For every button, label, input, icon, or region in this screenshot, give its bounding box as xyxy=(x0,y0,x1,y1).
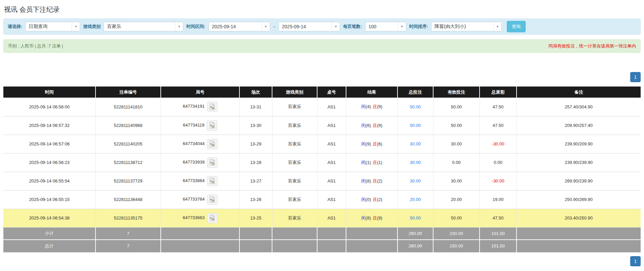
cell-bet-id: 522811141810 xyxy=(96,98,161,116)
video-record-icon xyxy=(209,106,215,111)
table-header: 时间注单编号局号场次游戏类别桌号结果总投注有效投注总派彩备注 xyxy=(3,87,641,98)
cell-remark: 203.40/250.90 xyxy=(517,209,641,227)
video-record-button[interactable] xyxy=(207,195,218,205)
round-id-value: 647733864 xyxy=(183,178,204,183)
cell-bet-id: 522811140968 xyxy=(96,116,161,135)
video-record-icon xyxy=(209,125,215,130)
cell-time: 2025-09-14 06:55:54 xyxy=(3,172,96,190)
table-row[interactable]: 2025-09-14 06:55:54 522811137729 6477338… xyxy=(3,172,641,190)
pagination-top: 1 xyxy=(3,72,641,82)
cell-bet-id: 522811140205 xyxy=(96,135,161,153)
video-record-button[interactable] xyxy=(207,213,218,223)
date-to-value: 2025-09-14 xyxy=(279,22,332,31)
video-record-button[interactable] xyxy=(207,121,217,131)
chevron-down-icon[interactable]: ▼ xyxy=(262,22,270,31)
cell-round-id: 647734191 xyxy=(161,98,239,116)
cell-result: 闲(1)庄(1) xyxy=(346,153,397,172)
chevron-down-icon[interactable]: ▼ xyxy=(72,22,80,31)
chevron-down-icon[interactable]: ▼ xyxy=(398,22,406,31)
query-type-select[interactable]: 日期查询 ▼ xyxy=(25,22,80,31)
grand-total-row: 总计 7 260.00 230.00 101.50 xyxy=(3,240,641,252)
cell-result: 闲(8)庄(2) xyxy=(346,172,397,190)
page-1-button[interactable]: 1 xyxy=(630,72,641,82)
banker-result: 庄 xyxy=(373,141,377,146)
valid-bet-notice: 同局有效投注，统一计算在该局第一张注单内 xyxy=(548,43,636,49)
video-record-button[interactable] xyxy=(207,176,218,186)
date-to-input[interactable]: 2025-09-14 ▼ xyxy=(278,22,340,31)
banker-score: (6) xyxy=(377,141,382,146)
banker-result: 庄 xyxy=(373,197,377,202)
cell-round-id: 647733764 xyxy=(161,190,239,209)
player-result: 闲 xyxy=(361,104,366,109)
total-label: 总计 xyxy=(3,240,96,252)
query-button[interactable]: 查询 xyxy=(507,21,526,32)
cell-valid-bet: 0.00 xyxy=(433,153,480,172)
cell-payout: 47.50 xyxy=(480,98,517,116)
total-bet-link[interactable]: 20.00 xyxy=(410,197,421,202)
column-header: 注单编号 xyxy=(96,87,161,98)
player-score: (4) xyxy=(366,104,371,109)
round-id-value: 647734119 xyxy=(183,123,204,128)
date-from-input[interactable]: 2025-09-14 ▼ xyxy=(209,22,270,31)
subtotal-total-bet: 260.00 xyxy=(397,227,433,240)
cell-result: 闲(9)庄(6) xyxy=(346,135,397,153)
cell-payout: 47.50 xyxy=(480,209,517,227)
cell-valid-bet: 30.00 xyxy=(433,135,480,153)
page-1-button[interactable]: 1 xyxy=(630,256,641,266)
filter-bar: 请选择: 日期查询 ▼ 游戏类别 百家乐 ▼ 时间区间: 2025-09-14 … xyxy=(3,19,641,35)
table-row[interactable]: 2025-09-14 06:58:00 522811141810 6477341… xyxy=(3,98,641,116)
cell-bet-id: 522811135175 xyxy=(96,209,161,227)
column-header: 总派彩 xyxy=(480,87,517,98)
query-type-label: 请选择: xyxy=(8,24,22,30)
table-row[interactable]: 2025-09-14 06:57:06 522811140205 6477340… xyxy=(3,135,641,153)
total-bet-link[interactable]: 50.00 xyxy=(410,104,421,109)
page-size-select[interactable]: 100 ▼ xyxy=(365,22,406,31)
game-type-select[interactable]: 百家乐 ▼ xyxy=(104,22,183,31)
total-payout: 101.50 xyxy=(480,240,517,252)
total-bet-link[interactable]: 30.00 xyxy=(410,160,421,165)
cell-game-type: 百家乐 xyxy=(272,116,317,135)
date-range-label: 时间区间: xyxy=(186,24,205,30)
video-record-button[interactable] xyxy=(207,102,218,112)
video-record-icon xyxy=(209,162,215,167)
cell-remark: 239.90/239.90 xyxy=(517,153,641,172)
player-result: 闲 xyxy=(361,215,366,221)
video-record-button[interactable] xyxy=(207,139,218,149)
summary-info-bar: 币别 : 人民币 | 总共 :7 注单 | 同局有效投注，统一计算在该局第一张注… xyxy=(3,39,641,53)
player-score: (8) xyxy=(366,215,371,221)
cell-bet-id: 522811137729 xyxy=(96,172,161,190)
total-bet-link[interactable]: 30.00 xyxy=(410,178,421,183)
cell-valid-bet: 50.00 xyxy=(433,209,480,227)
banker-score: (9) xyxy=(377,104,382,109)
cell-table-no: AS1 xyxy=(317,190,346,209)
cell-time: 2025-09-14 06:56:23 xyxy=(3,153,96,172)
cell-bet-id: 522811136448 xyxy=(96,190,161,209)
video-record-icon xyxy=(209,143,215,148)
time-sort-select[interactable]: 降冪(由大到小) ▼ xyxy=(431,22,502,31)
total-bet-link[interactable]: 50.00 xyxy=(410,215,421,221)
player-score: (9) xyxy=(366,141,371,146)
subtotal-label: 小计 xyxy=(3,227,96,240)
subtotal-valid-bet: 230.00 xyxy=(433,227,480,240)
round-id-value: 647733764 xyxy=(183,197,204,202)
total-count: 7 xyxy=(96,240,161,252)
video-record-button[interactable] xyxy=(207,158,218,168)
table-row[interactable]: 2025-09-14 06:57:32 522811140968 6477341… xyxy=(3,116,641,135)
cell-round-id: 647734119 xyxy=(161,116,239,135)
table-row[interactable]: 2025-09-14 06:54:38 522811135175 6477336… xyxy=(3,209,641,227)
round-id-value: 647734191 xyxy=(183,104,204,109)
banker-score: (2) xyxy=(377,178,382,183)
cell-session: 13-26 xyxy=(239,190,272,209)
game-type-value: 百家乐 xyxy=(104,22,175,31)
total-bet-link[interactable]: 30.00 xyxy=(410,141,421,146)
chevron-down-icon[interactable]: ▼ xyxy=(175,22,183,31)
total-bet-link[interactable]: 50.00 xyxy=(410,123,421,128)
cell-table-no: AS1 xyxy=(317,209,346,227)
player-score: (0) xyxy=(366,197,371,202)
chevron-down-icon[interactable]: ▼ xyxy=(332,22,340,31)
player-score: (1) xyxy=(366,160,371,165)
table-row[interactable]: 2025-09-14 06:56:23 522811138712 6477339… xyxy=(3,153,641,172)
chevron-down-icon[interactable]: ▼ xyxy=(493,22,501,31)
table-row[interactable]: 2025-09-14 06:55:15 522811136448 6477337… xyxy=(3,190,641,209)
cell-payout: -30.00 xyxy=(480,135,517,153)
